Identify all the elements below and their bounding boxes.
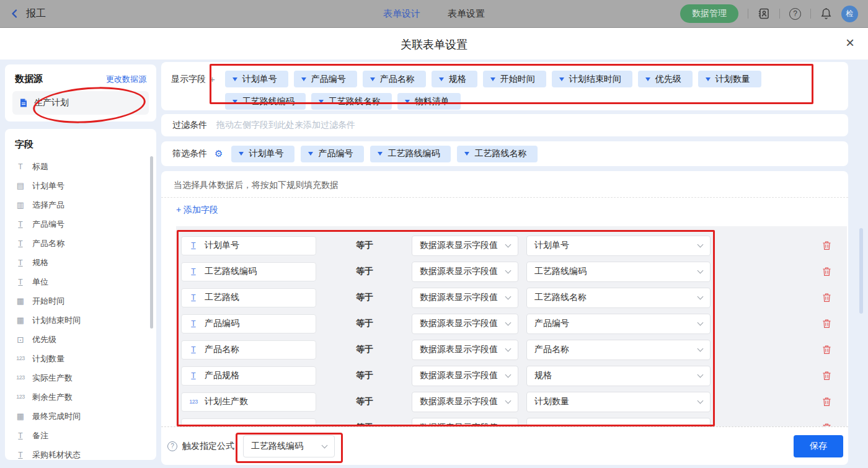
delete-row-button[interactable] [822, 371, 831, 381]
rule-row: 产品规格 等于 数据源表显示字段值 规格 [176, 363, 847, 389]
help-icon[interactable]: ? [789, 8, 801, 20]
field-list-item[interactable]: 开始时间 [5, 291, 156, 311]
rule-field-input[interactable]: 工艺路线编码 [181, 262, 316, 281]
rule-field-input[interactable]: 产品名称 [181, 340, 316, 360]
source-type-select[interactable]: 数据源表显示字段值 [412, 262, 518, 282]
delete-row-button[interactable] [822, 241, 831, 250]
source-type-select[interactable]: 数据源表显示字段值 [412, 366, 518, 386]
rules-footer: ? 触发指定公式 工艺路线编码 保存 [161, 427, 848, 465]
source-type-select[interactable]: 数据源表显示字段值 [412, 340, 518, 360]
screening-tag[interactable]: 工艺路线编码 [370, 146, 451, 162]
gear-icon[interactable]: ⚙ [215, 148, 223, 159]
change-datasource-link[interactable]: 更改数据源 [106, 74, 146, 85]
source-type-select[interactable]: 数据源表显示字段值 [412, 236, 518, 256]
rule-row: 工艺路线编码 等于 数据源表显示字段值 工艺路线编码 [176, 258, 847, 285]
field-list-item[interactable]: 产品编号 [5, 214, 156, 234]
source-type-value: 数据源表显示字段值 [420, 344, 498, 355]
field-list-item[interactable]: 计划数量 [5, 349, 156, 368]
rule-field-input[interactable]: 产品规格 [181, 366, 316, 386]
screening-tag[interactable]: 计划单号 [231, 146, 294, 162]
field-list-item[interactable]: 备注 [5, 426, 156, 445]
bell-icon[interactable] [820, 7, 832, 20]
field-list-item[interactable]: 剩余生产数 [5, 387, 156, 407]
field-list-item[interactable]: 标题 [5, 157, 156, 176]
field-tag[interactable]: 优先级 [638, 71, 693, 87]
source-type-select[interactable]: 数据源表显示字段值 [412, 392, 518, 412]
field-list-item[interactable]: 规格 [5, 253, 156, 272]
field-list-item[interactable]: 计划结束时间 [5, 311, 156, 330]
field-tag[interactable]: 工艺路线编码 [225, 93, 306, 110]
field-tag[interactable]: 计划结束时间 [552, 71, 632, 87]
datasource-item[interactable]: 生产计划 [12, 91, 149, 115]
screening-tag[interactable]: 产品编号 [301, 146, 364, 162]
source-field-select[interactable] [526, 418, 711, 427]
back-button[interactable] [10, 9, 20, 19]
field-tag[interactable]: 开始时间 [483, 71, 546, 87]
delete-row-button[interactable] [822, 293, 831, 302]
delete-row-button[interactable] [822, 319, 831, 329]
field-list-item[interactable]: 采购耗材状态 [5, 445, 156, 460]
source-field-select[interactable]: 工艺路线编码 [526, 262, 711, 282]
display-fields-panel: 显示字段 + 计划单号 产品编号 产品名称 [161, 62, 848, 110]
field-tag-label: 产品编号 [311, 74, 346, 85]
chevron-down-icon [239, 152, 244, 156]
rule-field-input[interactable]: 计划生产数 [181, 392, 316, 412]
rule-field-input[interactable]: 工艺路线 [181, 288, 316, 307]
field-label: 计划数量 [32, 353, 64, 364]
fields-scrollbar[interactable] [150, 156, 153, 329]
document-icon [19, 98, 29, 108]
tab-form-design[interactable]: 表单设计 [383, 8, 420, 20]
filter-panel[interactable]: 过滤条件 拖动左侧字段到此处来添加过滤条件 [161, 114, 848, 136]
rule-field-input[interactable]: 计划单号 [181, 236, 316, 255]
add-field-link[interactable]: + 添加字段 [176, 205, 218, 216]
field-tag-label: 工艺路线编码 [242, 96, 294, 107]
delete-row-button[interactable] [822, 267, 831, 276]
source-field-select[interactable]: 产品编号 [526, 314, 711, 334]
source-type-select[interactable]: 数据源表显示字段值 [412, 418, 518, 427]
fields-panel: 字段 标题 计划单号 选择产品 [5, 129, 156, 460]
field-tag[interactable]: 产品编号 [294, 71, 357, 87]
chevron-down-icon [505, 346, 512, 352]
field-type-icon [15, 259, 26, 267]
field-tag[interactable]: 计划单号 [225, 71, 288, 87]
field-list-item[interactable]: 实际生产数 [5, 368, 156, 387]
field-list-item[interactable]: 最终完成时间 [5, 407, 156, 426]
equals-label: 等于 [356, 266, 374, 277]
avatar[interactable]: 检 [841, 6, 858, 22]
field-tag[interactable]: 工艺路线名称 [311, 93, 392, 110]
source-type-select[interactable]: 数据源表显示字段值 [412, 314, 518, 334]
close-icon[interactable]: × [846, 35, 854, 50]
source-field-select[interactable]: 计划单号 [526, 236, 711, 256]
add-display-field-button[interactable]: + [210, 71, 215, 110]
delete-row-button[interactable] [822, 397, 831, 407]
field-type-icon [15, 163, 26, 170]
field-tag[interactable]: 规格 [432, 71, 477, 87]
chevron-down-icon [378, 152, 383, 156]
field-list-item[interactable]: 产品名称 [5, 234, 156, 253]
field-list-item[interactable]: 选择产品 [5, 195, 156, 214]
field-list-item[interactable]: 单位 [5, 272, 156, 291]
screening-label: 筛选条件 [172, 148, 207, 159]
source-field-select[interactable]: 工艺路线名称 [526, 288, 711, 308]
field-tag[interactable]: 计划数量 [698, 71, 761, 87]
rules-scrollbar[interactable] [859, 228, 863, 314]
field-list-item[interactable]: 优先级 [5, 330, 156, 349]
save-button[interactable]: 保存 [794, 435, 843, 457]
screening-tag[interactable]: 工艺路线名称 [457, 146, 538, 162]
source-field-select[interactable]: 规格 [526, 366, 711, 386]
field-tag[interactable]: 物料清单 [397, 93, 461, 110]
address-book-icon[interactable] [758, 7, 770, 20]
tab-form-settings[interactable]: 表单设置 [448, 8, 485, 20]
rule-field-input[interactable] [181, 418, 316, 427]
data-manage-button[interactable]: 数据管理 [680, 4, 738, 23]
field-tag[interactable]: 产品名称 [363, 71, 426, 87]
chevron-down-icon [698, 242, 704, 248]
help-icon[interactable]: ? [167, 441, 177, 451]
rule-field-input[interactable]: 产品编码 [181, 314, 316, 333]
source-field-select[interactable]: 产品名称 [526, 340, 711, 360]
source-type-select[interactable]: 数据源表显示字段值 [412, 288, 518, 308]
trigger-field-select[interactable]: 工艺路线编码 [243, 435, 335, 457]
field-list-item[interactable]: 计划单号 [5, 176, 156, 195]
delete-row-button[interactable] [822, 345, 831, 355]
source-field-select[interactable]: 计划数量 [526, 392, 711, 412]
